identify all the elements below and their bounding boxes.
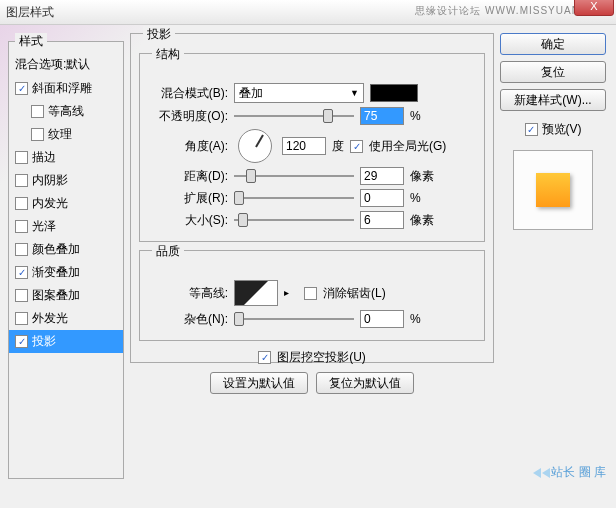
checkbox-icon[interactable] xyxy=(31,128,44,141)
noise-slider[interactable] xyxy=(234,311,354,327)
footer-watermark: 站长 圈 库 xyxy=(533,464,606,481)
percent-unit: % xyxy=(410,312,440,326)
blend-options-header[interactable]: 混合选项:默认 xyxy=(9,52,123,77)
ok-button[interactable]: 确定 xyxy=(500,33,606,55)
new-style-button[interactable]: 新建样式(W)... xyxy=(500,89,606,111)
angle-label: 角度(A): xyxy=(148,138,228,155)
spread-row: 扩展(R): 0 % xyxy=(148,189,476,207)
contour-label: 等高线: xyxy=(148,285,228,302)
style-drop-shadow[interactable]: 投影 xyxy=(9,330,123,353)
antialias-checkbox[interactable] xyxy=(304,287,317,300)
structure-group: 结构 混合模式(B): 叠加 不透明度(O): 75 % 角度(A): 120 xyxy=(139,53,485,242)
knockout-label: 图层挖空投影(U) xyxy=(277,349,366,366)
noise-label: 杂色(N): xyxy=(148,311,228,328)
styles-list: 混合选项:默认 斜面和浮雕 等高线 纹理 描边 内阴影 内发光 光泽 颜色叠加 … xyxy=(9,50,123,355)
close-button[interactable]: X xyxy=(574,0,614,16)
quality-group: 品质 等高线: 消除锯齿(L) 杂色(N): 0 % xyxy=(139,250,485,341)
size-slider[interactable] xyxy=(234,212,354,228)
style-gradient-overlay[interactable]: 渐变叠加 xyxy=(9,261,123,284)
preview-label: 预览(V) xyxy=(542,121,582,138)
style-stroke[interactable]: 描边 xyxy=(9,146,123,169)
checkbox-icon[interactable] xyxy=(15,197,28,210)
preview-checkbox[interactable] xyxy=(525,123,538,136)
set-default-button[interactable]: 设置为默认值 xyxy=(210,372,308,394)
blend-mode-label: 混合模式(B): xyxy=(148,85,228,102)
style-inner-glow[interactable]: 内发光 xyxy=(9,192,123,215)
quality-legend: 品质 xyxy=(152,243,184,260)
window-title: 图层样式 xyxy=(6,4,54,21)
global-light-label: 使用全局光(G) xyxy=(369,138,446,155)
noise-input[interactable]: 0 xyxy=(360,310,404,328)
checkbox-icon[interactable] xyxy=(15,174,28,187)
opacity-slider[interactable] xyxy=(234,108,354,124)
style-color-overlay[interactable]: 颜色叠加 xyxy=(9,238,123,261)
spread-slider[interactable] xyxy=(234,190,354,206)
checkbox-icon[interactable] xyxy=(15,82,28,95)
px-unit: 像素 xyxy=(410,168,440,185)
checkbox-icon[interactable] xyxy=(15,289,28,302)
preview-swatch-icon xyxy=(536,173,570,207)
style-pattern-overlay[interactable]: 图案叠加 xyxy=(9,284,123,307)
settings-panel: 投影 结构 混合模式(B): 叠加 不透明度(O): 75 % 角度(A): xyxy=(130,33,494,479)
opacity-label: 不透明度(O): xyxy=(148,108,228,125)
checkbox-icon[interactable] xyxy=(15,335,28,348)
angle-row: 角度(A): 120 度 使用全局光(G) xyxy=(148,129,476,163)
checkbox-icon[interactable] xyxy=(15,151,28,164)
dialog-body: 样式 混合选项:默认 斜面和浮雕 等高线 纹理 描边 内阴影 内发光 光泽 颜色… xyxy=(0,25,616,487)
style-satin[interactable]: 光泽 xyxy=(9,215,123,238)
styles-legend: 样式 xyxy=(15,33,47,50)
action-panel: 确定 复位 新建样式(W)... 预览(V) xyxy=(500,33,606,479)
contour-row: 等高线: 消除锯齿(L) xyxy=(148,280,476,306)
knockout-checkbox[interactable] xyxy=(258,351,271,364)
style-outer-glow[interactable]: 外发光 xyxy=(9,307,123,330)
opacity-row: 不透明度(O): 75 % xyxy=(148,107,476,125)
antialias-label: 消除锯齿(L) xyxy=(323,285,386,302)
checkbox-icon[interactable] xyxy=(31,105,44,118)
preview-box xyxy=(513,150,593,230)
style-bevel[interactable]: 斜面和浮雕 xyxy=(9,77,123,100)
size-row: 大小(S): 6 像素 xyxy=(148,211,476,229)
size-input[interactable]: 6 xyxy=(360,211,404,229)
panel-title: 投影 xyxy=(143,26,175,43)
angle-input[interactable]: 120 xyxy=(282,137,326,155)
angle-dial[interactable] xyxy=(238,129,272,163)
reset-default-button[interactable]: 复位为默认值 xyxy=(316,372,414,394)
defaults-row: 设置为默认值 复位为默认值 xyxy=(139,372,485,394)
opacity-input[interactable]: 75 xyxy=(360,107,404,125)
preview-toggle-row: 预览(V) xyxy=(500,121,606,138)
drop-shadow-fieldset: 投影 结构 混合模式(B): 叠加 不透明度(O): 75 % 角度(A): xyxy=(130,33,494,363)
px-unit: 像素 xyxy=(410,212,440,229)
shadow-color-swatch[interactable] xyxy=(370,84,418,102)
blend-mode-select[interactable]: 叠加 xyxy=(234,83,364,103)
style-inner-shadow[interactable]: 内阴影 xyxy=(9,169,123,192)
global-light-checkbox[interactable] xyxy=(350,140,363,153)
blend-mode-row: 混合模式(B): 叠加 xyxy=(148,83,476,103)
style-contour[interactable]: 等高线 xyxy=(9,100,123,123)
style-texture[interactable]: 纹理 xyxy=(9,123,123,146)
checkbox-icon[interactable] xyxy=(15,220,28,233)
titlebar: 图层样式 思缘设计论坛 WWW.MISSYUAN.COM X xyxy=(0,0,616,25)
distance-row: 距离(D): 29 像素 xyxy=(148,167,476,185)
contour-picker[interactable] xyxy=(234,280,278,306)
spread-label: 扩展(R): xyxy=(148,190,228,207)
noise-row: 杂色(N): 0 % xyxy=(148,310,476,328)
distance-slider[interactable] xyxy=(234,168,354,184)
reset-button[interactable]: 复位 xyxy=(500,61,606,83)
percent-unit: % xyxy=(410,191,440,205)
structure-legend: 结构 xyxy=(152,46,184,63)
lines-icon xyxy=(542,468,550,478)
percent-unit: % xyxy=(410,109,440,123)
knockout-row: 图层挖空投影(U) xyxy=(139,349,485,366)
lines-icon xyxy=(533,468,541,478)
size-label: 大小(S): xyxy=(148,212,228,229)
distance-input[interactable]: 29 xyxy=(360,167,404,185)
checkbox-icon[interactable] xyxy=(15,243,28,256)
distance-label: 距离(D): xyxy=(148,168,228,185)
degree-unit: 度 xyxy=(332,138,344,155)
checkbox-icon[interactable] xyxy=(15,266,28,279)
checkbox-icon[interactable] xyxy=(15,312,28,325)
spread-input[interactable]: 0 xyxy=(360,189,404,207)
styles-panel: 样式 混合选项:默认 斜面和浮雕 等高线 纹理 描边 内阴影 内发光 光泽 颜色… xyxy=(8,33,124,479)
